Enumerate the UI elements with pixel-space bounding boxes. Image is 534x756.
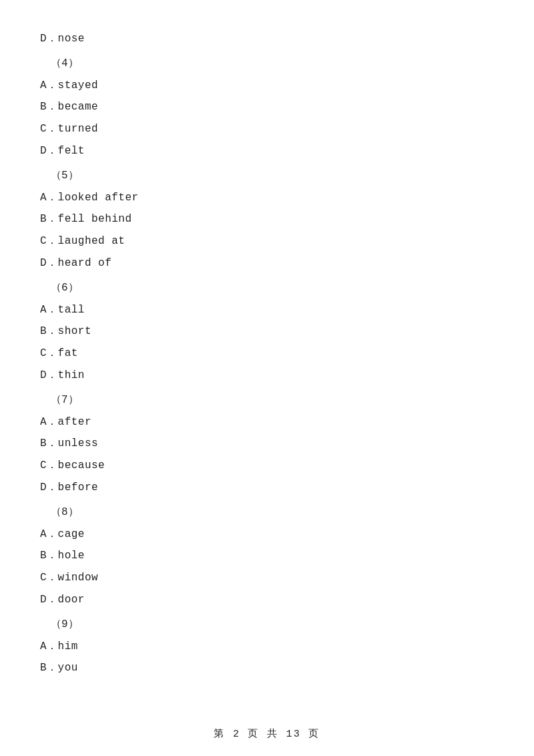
item-a-tall: A．tall: [40, 301, 494, 320]
item-b-unless: B．unless: [40, 434, 494, 453]
item-a-cage: A．cage: [40, 525, 494, 544]
page-footer: 第 2 页 共 13 页: [0, 727, 534, 740]
item-b-short: B．short: [40, 322, 494, 341]
item-d-felt: D．felt: [40, 142, 494, 161]
item-b-you: B．you: [40, 658, 494, 678]
item-a-him: A．him: [40, 637, 494, 656]
item-b-hole: B．hole: [40, 546, 494, 566]
item-c-window: C．window: [40, 568, 494, 588]
item-d-before: D．before: [40, 478, 494, 498]
item-b-fell-behind: B．fell behind: [40, 210, 494, 229]
label-7: （7）: [51, 391, 494, 410]
label-9: （9）: [51, 615, 494, 634]
item-d-thin: D．thin: [40, 366, 494, 385]
item-c-fat: C．fat: [40, 344, 494, 363]
label-6: （6）: [51, 278, 494, 298]
item-c-turned: C．turned: [40, 120, 494, 139]
label-4: （4）: [51, 54, 494, 73]
item-a-after: A．after: [40, 413, 494, 432]
item-a-stayed: A．stayed: [40, 76, 494, 96]
label-5: （5）: [51, 166, 494, 186]
item-c-because: C．because: [40, 456, 494, 476]
item-c-laughed-at: C．laughed at: [40, 232, 494, 251]
item-d-heard-of: D．heard of: [40, 254, 494, 273]
main-content: D．nose （4） A．stayed B．became C．turned D．…: [0, 0, 534, 721]
item-d-door: D．door: [40, 590, 494, 610]
item-d-nose: D．nose: [40, 29, 494, 49]
item-a-looked-after: A．looked after: [40, 188, 494, 208]
item-b-became: B．became: [40, 98, 494, 117]
label-8: （8）: [51, 503, 494, 522]
